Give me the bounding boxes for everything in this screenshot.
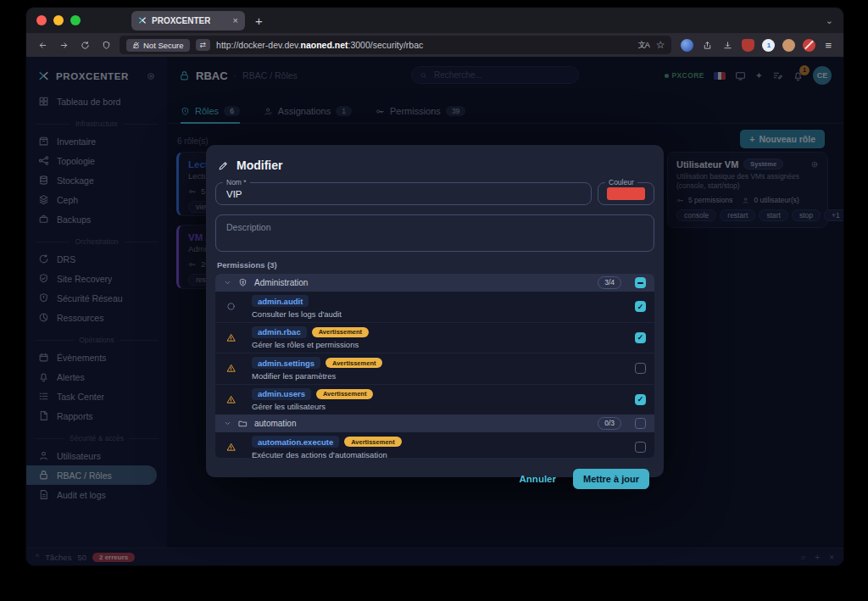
broken-lock-icon [132, 42, 140, 49]
permission-row[interactable]: admin.settingsAvertissement Modifier les… [215, 353, 654, 384]
proxcenter-favicon-icon [138, 16, 147, 25]
permission-description: Modifier les paramètres [252, 371, 635, 381]
permission-row[interactable]: admin.rbacAvertissement Gérer les rôles … [215, 322, 654, 353]
group-name: automation [254, 419, 296, 428]
tab-overflow-icon[interactable]: ⌄ [826, 15, 833, 26]
warning-icon [224, 442, 252, 452]
warning-icon [224, 364, 252, 373]
warning-icon [224, 333, 252, 342]
url-text: http://docker-dev.dev.naoned.net:3000/se… [216, 40, 632, 50]
modal-title: Modifier [236, 159, 282, 172]
update-button[interactable]: Mettre à jour [573, 469, 649, 489]
browser-menu-icon[interactable]: ≡ [825, 39, 832, 52]
group-checkbox[interactable] [635, 277, 646, 288]
browser-toolbar: Not Secure ⇄ http://docker-dev.dev.naone… [26, 33, 843, 57]
permission-code: admin.settings [252, 357, 320, 369]
pencil-icon [218, 160, 229, 171]
url-bar[interactable]: Not Secure ⇄ http://docker-dev.dev.naone… [120, 36, 671, 54]
permission-group-automation[interactable]: automation 0/3 [215, 415, 654, 432]
not-secure-badge[interactable]: Not Secure [126, 39, 190, 52]
permission-checkbox[interactable] [635, 301, 646, 312]
permission-description: Gérer les rôles et permissions [252, 340, 635, 349]
permission-checkbox[interactable] [635, 442, 646, 453]
color-swatch[interactable] [607, 187, 645, 200]
share-icon[interactable] [701, 39, 714, 52]
bookmark-star-icon[interactable]: ☆ [656, 39, 665, 51]
group-count-badge: 3/4 [598, 276, 621, 289]
description-input[interactable] [225, 220, 645, 254]
browser-tab-title: PROXCENTER [152, 16, 210, 25]
extension-globe-icon[interactable] [681, 39, 693, 52]
permission-code: admin.rbac [252, 326, 307, 338]
extensions-row: 1 ≡ [677, 39, 835, 52]
browser-window: PROXCENTER × + ⌄ Not Secure ⇄ http://doc… [25, 7, 844, 566]
permission-row[interactable]: admin.usersAvertissement Gérer les utili… [215, 384, 654, 415]
folder-icon [238, 419, 248, 428]
permissions-section-title: Permissions (3) [217, 260, 653, 270]
permission-checkbox[interactable] [635, 363, 646, 374]
container-tab-icon[interactable]: ⇄ [196, 39, 211, 51]
permissions-list: Administration 3/4 admin.audit Consulter… [215, 274, 654, 458]
permission-checkbox[interactable] [635, 332, 646, 343]
close-window-button[interactable] [36, 15, 47, 25]
extension-adblock-shield-icon[interactable] [742, 39, 754, 52]
description-field[interactable] [215, 214, 654, 252]
name-field-label: Nom * [223, 178, 250, 186]
permission-row[interactable]: automation.executeAvertissement Exécuter… [215, 432, 654, 458]
browser-tab[interactable]: PROXCENTER × [131, 11, 245, 31]
color-field-label: Couleur [605, 178, 637, 186]
permission-code: automation.execute [252, 436, 339, 448]
forward-button[interactable] [56, 41, 71, 50]
chevron-down-icon[interactable] [224, 279, 231, 287]
minimize-window-button[interactable] [53, 15, 64, 25]
warning-badge: Avertissement [312, 327, 369, 337]
warning-badge: Avertissement [344, 437, 401, 447]
chevron-down-icon[interactable] [224, 420, 231, 427]
tracking-protection-shield-icon[interactable] [98, 41, 114, 50]
circle-icon [224, 302, 252, 311]
name-field[interactable]: Nom * [215, 182, 592, 205]
permission-checkbox[interactable] [635, 394, 646, 405]
permission-row[interactable]: admin.audit Consulter les logs d'audit [215, 292, 654, 322]
warning-icon [224, 395, 252, 404]
app-root: PROXCENTER Tableau de bord Infrastructur… [26, 57, 843, 565]
cancel-button[interactable]: Annuler [520, 474, 556, 484]
warning-badge: Avertissement [316, 389, 373, 399]
permission-description: Consulter les logs d'audit [252, 309, 635, 319]
translate-icon[interactable]: 文A [638, 40, 649, 51]
new-tab-button[interactable]: + [255, 14, 263, 28]
extension-blocker-icon[interactable] [803, 39, 815, 52]
group-count-badge: 0/3 [598, 417, 621, 430]
back-button[interactable] [35, 41, 50, 50]
maximize-window-button[interactable] [70, 15, 81, 25]
permission-group-administration[interactable]: Administration 3/4 [215, 274, 654, 292]
shield-user-icon [238, 278, 248, 287]
warning-badge: Avertissement [326, 358, 382, 368]
extension-1password-icon[interactable]: 1 [762, 39, 775, 52]
permission-code: admin.audit [252, 295, 309, 307]
group-checkbox[interactable] [635, 418, 646, 429]
color-field[interactable]: Couleur [598, 182, 654, 205]
group-name: Administration [254, 278, 308, 287]
name-input[interactable] [225, 188, 582, 200]
window-controls [26, 15, 91, 25]
permission-description: Gérer les utilisateurs [252, 402, 635, 411]
permission-description: Exécuter des actions d'automatisation [252, 450, 635, 459]
browser-tab-strip: PROXCENTER × + ⌄ [26, 8, 843, 33]
permission-code: admin.users [252, 388, 311, 400]
downloads-icon[interactable] [721, 39, 734, 52]
browser-profile-avatar[interactable] [782, 39, 795, 52]
reload-button[interactable] [77, 41, 92, 50]
close-tab-icon[interactable]: × [233, 15, 238, 25]
edit-role-modal: Modifier Nom * Couleur Permissions (3) [206, 145, 664, 477]
